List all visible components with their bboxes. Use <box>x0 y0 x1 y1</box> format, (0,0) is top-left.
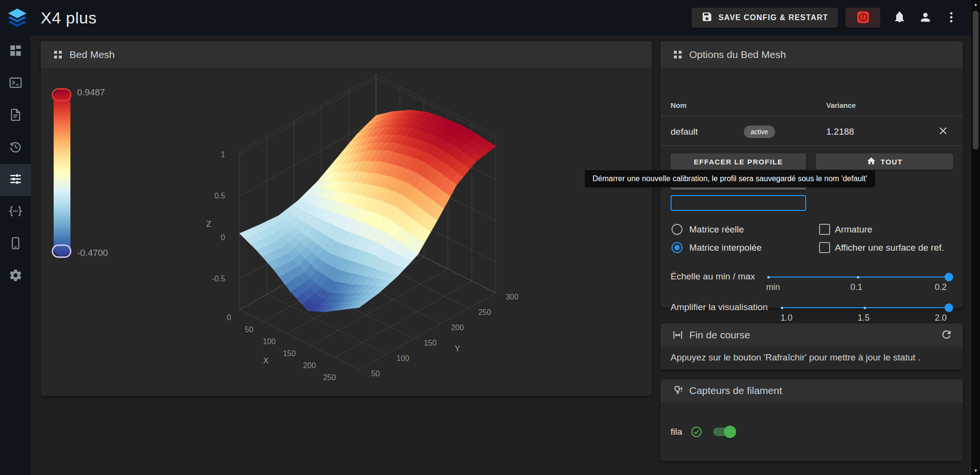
sidebar-item-dashboard[interactable] <box>0 35 31 68</box>
code-braces-icon <box>9 204 23 220</box>
filament-sensors-panel: Capteurs de filament fila <box>661 379 963 461</box>
colorbar <box>54 90 70 256</box>
svg-text:1: 1 <box>221 151 225 159</box>
checkbox-ref-surface-label: Afficher une surface de ref. <box>835 243 944 253</box>
sidebar-item-machine[interactable] <box>0 228 31 260</box>
svg-text:100: 100 <box>397 354 410 362</box>
app: X4 plus SAVE CONFIG & RESTART <box>0 0 980 475</box>
colorbar-min-label: -0.4700 <box>77 248 108 258</box>
colorbar-min-handle[interactable] <box>52 244 71 258</box>
save-icon <box>701 11 713 24</box>
divider <box>661 116 963 116</box>
refresh-endstops-button[interactable] <box>938 326 955 344</box>
app-title: X4 plus <box>41 9 97 27</box>
svg-text:50: 50 <box>371 370 380 378</box>
svg-text:250: 250 <box>323 373 336 382</box>
grid-icon <box>672 49 684 60</box>
slider-tick <box>857 276 859 278</box>
calibrate-tooltip: Démarrer une nouvelle calibration, le pr… <box>585 170 875 187</box>
svg-text:200: 200 <box>303 361 316 370</box>
svg-text:150: 150 <box>424 339 437 347</box>
svg-text:50: 50 <box>245 325 253 334</box>
column-header-variance: Variance <box>826 101 856 109</box>
grid-icon <box>52 49 64 60</box>
overflow-menu-button[interactable] <box>940 6 963 29</box>
save-config-label: SAVE CONFIG & RESTART <box>718 13 828 22</box>
scroll-down-icon[interactable]: ▼ <box>971 466 980 475</box>
slider-tick <box>781 307 783 309</box>
filament-panel-title: Capteurs de filament <box>689 385 782 396</box>
svg-text:300: 300 <box>506 293 519 301</box>
options-body: Nom Variance default active 1.2188 EFFAC… <box>661 68 963 308</box>
divider <box>661 145 963 146</box>
bed-mesh-plot[interactable]: 05010015020025050100150200250300-0.500.5… <box>41 68 652 396</box>
scale-slider-label: Échelle au min / max <box>671 271 755 282</box>
active-badge: active <box>744 126 775 138</box>
account-button[interactable] <box>914 6 937 29</box>
bed-mesh-panel-header: Bed Mesh <box>41 41 652 68</box>
gcode-file-icon <box>9 108 23 124</box>
endstops-panel-header: Fin de course <box>661 324 963 347</box>
scale-tick-max: 0.2 <box>924 282 957 292</box>
amplify-slider[interactable] <box>781 307 949 308</box>
column-header-name: Nom <box>671 101 686 109</box>
radio-interpolated-matrix[interactable] <box>672 242 683 253</box>
amplify-slider-handle[interactable] <box>945 303 953 312</box>
svg-text:200: 200 <box>451 324 464 332</box>
console-icon <box>9 76 23 92</box>
home-all-button[interactable]: TOUT <box>816 153 953 170</box>
scroll-up-icon[interactable]: ▲ <box>971 0 980 9</box>
amplify-slider-label: Amplifier la visualisation <box>671 302 768 313</box>
sidebar <box>0 35 31 475</box>
sidebar-item-settings[interactable] <box>0 260 31 292</box>
scrollbar[interactable]: ▲ ▼ <box>971 0 980 475</box>
sidebar-item-macros[interactable] <box>0 196 31 228</box>
sidebar-item-history[interactable] <box>0 132 31 164</box>
sidebar-item-tune[interactable] <box>0 164 31 196</box>
machine-icon <box>9 236 23 252</box>
slider-tick <box>864 307 866 309</box>
calibration-outlined-button[interactable] <box>671 195 806 211</box>
scale-slider[interactable] <box>767 277 949 278</box>
clear-profile-label: EFFACER LE PROFILE <box>694 158 783 166</box>
svg-text:150: 150 <box>283 349 296 358</box>
options-panel-title: Options du Bed Mesh <box>689 49 786 60</box>
amplify-tick-max: 2.0 <box>924 313 957 323</box>
options-panel-header: Options du Bed Mesh <box>661 41 963 68</box>
endstops-panel-title: Fin de course <box>689 329 750 341</box>
checkbox-ref-surface[interactable] <box>819 242 830 253</box>
colorbar-max-handle[interactable] <box>52 88 71 102</box>
dashboard-icon <box>9 44 23 59</box>
checkbox-wireframe[interactable] <box>819 224 830 235</box>
radio-real-matrix-label: Matrice réelle <box>689 224 744 235</box>
bell-icon <box>893 11 906 25</box>
notifications-button[interactable] <box>888 6 911 29</box>
svg-text:-0.5: -0.5 <box>212 275 225 283</box>
slider-tick <box>767 276 770 278</box>
radio-real-matrix[interactable] <box>672 224 683 235</box>
filament-sensor-toggle[interactable] <box>713 428 735 436</box>
sidebar-item-gcode-files[interactable] <box>0 100 31 132</box>
emergency-stop-button[interactable] <box>845 8 880 28</box>
svg-text:100: 100 <box>263 337 276 346</box>
emergency-stop-icon <box>855 10 871 26</box>
home-icon <box>866 156 876 167</box>
profile-name: default <box>671 127 698 137</box>
filament-panel-header: Capteurs de filament <box>661 379 963 402</box>
sidebar-item-console[interactable] <box>0 68 31 100</box>
remove-profile-button[interactable] <box>936 125 950 138</box>
scrollbar-thumb[interactable] <box>973 11 979 150</box>
refresh-icon <box>940 335 953 342</box>
save-config-button[interactable]: SAVE CONFIG & RESTART <box>692 8 838 28</box>
toolbar: X4 plus SAVE CONFIG & RESTART <box>0 0 971 35</box>
toggle-knob <box>724 426 736 438</box>
endstops-panel: Fin de course Appuyez sur le bouton 'Raf… <box>661 324 963 370</box>
bed-mesh-panel-title: Bed Mesh <box>69 49 115 60</box>
profile-variance: 1.2188 <box>826 127 854 137</box>
scale-slider-handle[interactable] <box>945 273 953 281</box>
scale-tick-mid: 0.1 <box>840 282 873 292</box>
clear-profile-button[interactable]: EFFACER LE PROFILE <box>671 153 806 170</box>
app-logo-icon[interactable] <box>6 7 28 29</box>
svg-text:Z: Z <box>206 220 211 229</box>
svg-text:0: 0 <box>221 233 225 242</box>
